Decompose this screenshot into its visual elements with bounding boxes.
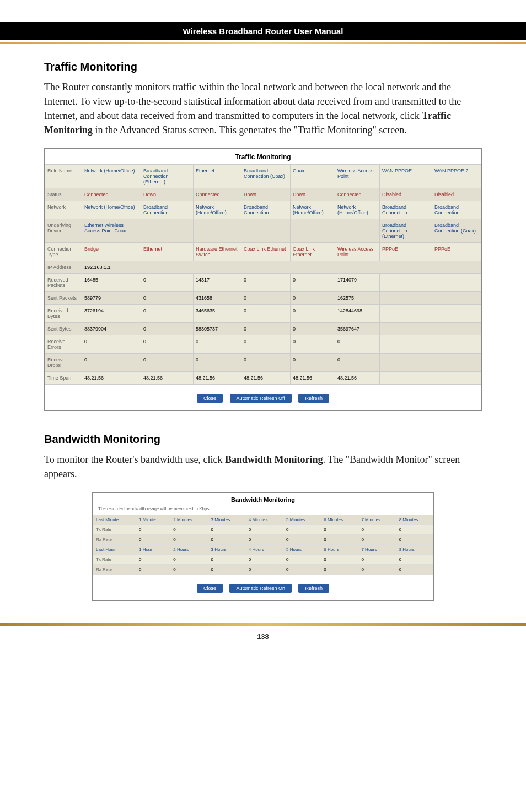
cell — [432, 305, 481, 323]
table-row: Rule Name Network (Home/Office) Broadban… — [45, 165, 481, 188]
cell: 0 — [241, 354, 290, 372]
cell: 0 — [358, 534, 395, 544]
cell: 0 — [170, 524, 207, 534]
tm-button-row: Close Automatic Refresh Off Refresh — [45, 385, 481, 410]
cell: 48:21:56 — [141, 372, 193, 385]
cell: PPPoE — [379, 243, 432, 261]
row-label: Underlying Device — [45, 219, 82, 243]
cell: 0 — [290, 305, 335, 323]
cell — [379, 323, 432, 335]
cell: 0 — [290, 292, 335, 305]
cell: Bridge — [82, 243, 141, 261]
close-button[interactable]: Close — [197, 584, 223, 593]
table-row: Last Minute 1 Minute 2 Minutes 3 Minutes… — [93, 515, 433, 524]
tm-body-after: in the Advanced Status screen. This gene… — [93, 124, 407, 136]
cell: 0 — [396, 554, 433, 564]
cell: Coax Link Ethernet — [290, 243, 335, 261]
cell: 0 — [141, 305, 193, 323]
traffic-monitoring-heading: Traffic Monitoring — [44, 61, 482, 73]
cell: 0 — [320, 524, 358, 534]
cell: 8 Minutes — [396, 515, 433, 524]
table-row: Status Connected Down Connected Down Dow… — [45, 188, 481, 201]
cell: Connected — [193, 188, 241, 201]
auto-refresh-button[interactable]: Automatic Refresh Off — [230, 394, 292, 403]
footer-divider — [0, 623, 526, 626]
cell: Broadband Connection (Coax) — [241, 165, 290, 188]
row-label: Sent Packets — [45, 292, 82, 305]
cell: 1714079 — [335, 274, 379, 292]
auto-refresh-button[interactable]: Automatic Refresh On — [229, 584, 292, 593]
cell: 48:21:56 — [335, 372, 379, 385]
table-row: Tx Rate 0 0 0 0 0 0 0 0 — [93, 554, 433, 564]
table-row: IP Address 192.168.1.1 — [45, 261, 481, 274]
cell — [432, 335, 481, 354]
cell: 0 — [245, 554, 283, 564]
bw-button-row: Close Automatic Refresh On Refresh — [93, 575, 433, 600]
cell: 0 — [136, 524, 170, 534]
cell: 0 — [335, 335, 379, 354]
cell: Wireless Access Point — [335, 243, 379, 261]
header-divider — [0, 42, 526, 44]
cell: 0 — [136, 564, 170, 574]
cell — [432, 354, 481, 372]
cell: 162575 — [335, 292, 379, 305]
cell: Coax Link Ethernet — [241, 243, 290, 261]
close-button[interactable]: Close — [197, 394, 223, 403]
cell: WAN PPPOE — [379, 165, 432, 188]
table-row: Sent Packets 589779 0 431658 0 0 162575 — [45, 292, 481, 305]
cell: 48:21:56 — [82, 372, 141, 385]
cell: 0 — [320, 564, 358, 574]
cell: 0 — [170, 554, 207, 564]
bw-screen-title: Bandwidth Monitoring — [93, 493, 433, 505]
table-row: Last Hour 1 Hour 2 Hours 3 Hours 4 Hours… — [93, 544, 433, 554]
row-label: Tx Rate — [93, 524, 136, 534]
bandwidth-table: Last Minute 1 Minute 2 Minutes 3 Minutes… — [93, 515, 433, 575]
cell: Down — [290, 188, 335, 201]
page-header: Wireless Broadband Router User Manual — [0, 22, 526, 40]
cell: 142844698 — [335, 305, 379, 323]
cell: 0 — [136, 534, 170, 544]
cell: Network (Home/Office) — [335, 201, 379, 219]
cell: 0 — [283, 554, 320, 564]
refresh-button[interactable]: Refresh — [298, 584, 329, 593]
cell: 0 — [245, 564, 283, 574]
row-label: Receive Errors — [45, 335, 82, 354]
bw-body-text: To monitor the Router's bandwidth use, c… — [44, 454, 225, 465]
cell: 35697647 — [335, 323, 379, 335]
row-label: Status — [45, 188, 82, 201]
cell: 0 — [208, 534, 245, 544]
cell: 48:21:56 — [193, 372, 241, 385]
table-row: Rx Rate 0 0 0 0 0 0 0 0 — [93, 564, 433, 574]
cell: 1 Hour — [136, 544, 170, 554]
bandwidth-monitoring-heading: Bandwidth Monitoring — [44, 433, 482, 446]
cell — [379, 292, 432, 305]
cell: PPPoE — [432, 243, 481, 261]
cell: 0 — [82, 354, 141, 372]
cell: 7 Minutes — [358, 515, 395, 524]
cell: 0 — [290, 323, 335, 335]
cell: 0 — [290, 354, 335, 372]
cell: 0 — [283, 534, 320, 544]
traffic-monitoring-screenshot: Traffic Monitoring Rule Name Network (Ho… — [44, 148, 482, 411]
cell — [379, 305, 432, 323]
cell: Broadband Connection — [432, 201, 481, 219]
cell: Down — [141, 188, 193, 201]
cell — [379, 372, 432, 385]
cell: 48:21:56 — [241, 372, 290, 385]
row-label: Rx Rate — [93, 534, 136, 544]
cell: 0 — [320, 534, 358, 544]
cell: 0 — [136, 554, 170, 564]
cell — [379, 274, 432, 292]
refresh-button[interactable]: Refresh — [298, 394, 329, 403]
cell: 0 — [241, 274, 290, 292]
cell: Broadband Connection — [241, 201, 290, 219]
cell: 8 Hours — [396, 544, 433, 554]
cell — [432, 323, 481, 335]
row-label: Rx Rate — [93, 564, 136, 574]
cell: 589779 — [82, 292, 141, 305]
row-label: Received Bytes — [45, 305, 82, 323]
cell: Broadband Connection (Coax) — [432, 219, 481, 243]
row-label: Received Packets — [45, 274, 82, 292]
cell: 14317 — [193, 274, 241, 292]
cell: 0 — [396, 534, 433, 544]
